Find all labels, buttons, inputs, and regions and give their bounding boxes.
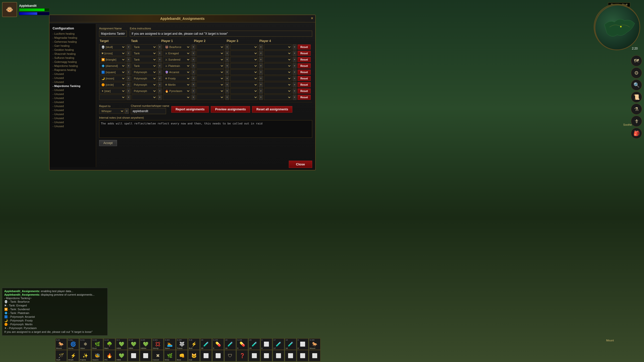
p1-select-5[interactable]: ❄ Frosty — [163, 76, 190, 81]
sidebar-item-3[interactable]: - Garr healing — [51, 44, 95, 48]
actionbar2-slot-12[interactable]: ⬜ — [200, 350, 212, 361]
actionbar2-slot-4[interactable]: 🔥 ITC — [104, 350, 115, 361]
report-to-chevron[interactable]: ▼ — [125, 108, 129, 114]
p2-select-1[interactable] — [196, 51, 224, 56]
p4-select-0[interactable] — [264, 44, 292, 50]
p3-select-4[interactable] — [230, 69, 258, 75]
task-select-0[interactable]: Tank — [132, 44, 157, 50]
actionbar2-slot-2[interactable]: ✨ Faerie — [79, 350, 91, 361]
target-chevron-7[interactable]: ▼ — [127, 88, 131, 94]
p1-chevron-1[interactable]: ▼ — [191, 51, 195, 56]
reset-btn-7[interactable]: Reset — [298, 88, 311, 94]
sidebar-item-2[interactable]: - Gehennas healing — [51, 40, 95, 44]
p1-select-1[interactable]: ⚔ Enraged — [163, 51, 190, 56]
actionbar2-slot-15[interactable]: ❓ — [236, 350, 248, 361]
p2-chevron-3[interactable]: ▼ — [225, 63, 229, 69]
p3-chevron-7[interactable]: ▼ — [259, 88, 263, 94]
p3-chevron-8[interactable]: ▼ — [259, 95, 263, 100]
p3-select-5[interactable] — [230, 76, 258, 81]
p4-select-1[interactable] — [264, 51, 292, 56]
task-select-5[interactable]: Polymorph — [132, 76, 157, 81]
target-select-1[interactable]: ✖ [cross] — [99, 51, 126, 56]
p4-select-7[interactable] — [264, 88, 292, 94]
target-chevron-2[interactable]: ▼ — [127, 57, 131, 62]
p1-chevron-7[interactable]: ▼ — [191, 88, 195, 94]
actionbar1-slot-14[interactable]: 🧪 19 19 — [224, 338, 236, 350]
p4-chevron-4[interactable]: ▼ — [293, 69, 297, 75]
task-select-4[interactable]: Polymorph — [132, 69, 157, 75]
actionbar1-slot-7[interactable]: 💚 S-E5 HBMa — [140, 338, 151, 350]
target-chevron-6[interactable]: ▼ — [127, 82, 131, 87]
p4-chevron-5[interactable]: ▼ — [293, 76, 297, 81]
p2-chevron-0[interactable]: ▼ — [225, 44, 229, 50]
target-chevron-0[interactable]: ▼ — [127, 44, 131, 50]
p4-select-6[interactable] — [264, 82, 292, 87]
actionbar1-slot-12[interactable]: 🧪 39 39 — [200, 338, 212, 350]
actionbar1-slot-16[interactable]: 🧪 20 20 — [249, 338, 260, 350]
actionbar2-slot-11[interactable]: 🐱 Cat — [188, 350, 200, 361]
p1-select-3[interactable]: ⚔ Platetrain — [163, 63, 190, 69]
p1-chevron-6[interactable]: ▼ — [191, 82, 195, 87]
reset-btn-2[interactable]: Reset — [298, 57, 311, 62]
actionbar2-slot-1[interactable]: ⚡ Wrath — [67, 350, 79, 361]
p1-chevron-2[interactable]: ▼ — [191, 57, 195, 62]
p3-select-6[interactable] — [230, 82, 258, 87]
sidebar-item-18[interactable]: - Unused — [51, 104, 95, 108]
p2-select-0[interactable] — [196, 44, 224, 50]
p2-select-3[interactable] — [196, 63, 224, 69]
sidebar-item-0[interactable]: - Luciform healing — [51, 32, 95, 36]
target-chevron-1[interactable]: ▼ — [127, 51, 131, 56]
p3-select-2[interactable] — [230, 57, 258, 62]
p4-chevron-6[interactable]: ▼ — [293, 82, 297, 87]
actionbar2-slot-14[interactable]: 🛡 — [224, 350, 236, 361]
p4-chevron-0[interactable]: ▼ — [293, 44, 297, 50]
target-select-3[interactable]: 💠 [diamond] — [99, 63, 126, 69]
p3-chevron-3[interactable]: ▼ — [259, 63, 263, 69]
p1-select-6[interactable]: ❄ Merlin — [163, 82, 190, 87]
p2-select-6[interactable] — [196, 82, 224, 87]
actionbar2-slot-19[interactable]: ⬜ — [285, 350, 296, 361]
actionbar1-slot-18[interactable]: 🧪 17 17 — [273, 338, 284, 350]
target-chevron-5[interactable]: ▼ — [127, 76, 131, 81]
sidebar-item-9[interactable]: - Ragnaros healing — [51, 68, 95, 72]
p3-chevron-4[interactable]: ▼ — [259, 69, 263, 75]
actionbar2-slot-20[interactable]: ⬜ — [297, 350, 308, 361]
p2-chevron-5[interactable]: ▼ — [225, 76, 229, 81]
p3-chevron-5[interactable]: ▼ — [259, 76, 263, 81]
actionbar2-slot-16[interactable]: ⬜ — [249, 350, 260, 361]
p1-select-8[interactable] — [163, 95, 190, 100]
p2-chevron-8[interactable]: ▼ — [225, 95, 229, 100]
sidebar-item-6[interactable]: - Sulfuron healing — [51, 56, 95, 60]
actionbar1-slot-1[interactable]: 🌀 S-Mu Hurric — [67, 338, 79, 350]
preview-assignments-btn[interactable]: Preview assignments — [211, 106, 250, 113]
p3-chevron-6[interactable]: ▼ — [259, 82, 263, 87]
sidebar-item-11[interactable]: - Unused — [51, 76, 95, 80]
target-chevron-4[interactable]: ▼ — [127, 69, 131, 75]
actionbar1-slot-4[interactable]: 🌳 S-S3 Bark — [104, 338, 115, 350]
p3-select-0[interactable] — [230, 44, 258, 50]
actionbar2-slot-18[interactable]: ⬜ — [273, 350, 284, 361]
p4-select-3[interactable] — [264, 63, 292, 69]
p3-select-3[interactable] — [230, 63, 258, 69]
p1-chevron-0[interactable]: ▼ — [191, 44, 195, 50]
target-select-4[interactable]: 🟦 [square] — [99, 69, 126, 75]
p1-chevron-4[interactable]: ▼ — [191, 69, 195, 75]
task-select-7[interactable]: Polymorph — [132, 88, 157, 94]
extra-instructions-input[interactable] — [130, 31, 312, 37]
sidebar-item-21[interactable]: - Unused — [51, 116, 95, 120]
sidebar-item-4[interactable]: - Geddon healing — [51, 48, 95, 52]
p4-chevron-1[interactable]: ▼ — [293, 51, 297, 56]
sidebar-item-19[interactable]: - Unused — [51, 108, 95, 112]
p2-select-4[interactable] — [196, 69, 224, 75]
target-chevron-3[interactable]: ▼ — [127, 63, 131, 69]
actionbar2-slot-7[interactable]: ⬜ — [140, 350, 151, 361]
target-chevron-8[interactable]: ▼ — [127, 95, 131, 100]
task-chevron-3[interactable]: ▼ — [158, 63, 162, 69]
task-chevron-6[interactable]: ▼ — [158, 82, 162, 87]
actionbar2-slot-10[interactable]: 👊 Beat — [176, 350, 188, 361]
task-chevron-7[interactable]: ▼ — [158, 88, 162, 94]
minimap-btn-2[interactable]: ⚙ — [631, 67, 642, 78]
task-select-2[interactable]: Tank — [132, 57, 157, 62]
p1-chevron-8[interactable]: ▼ — [191, 95, 195, 100]
reset-btn-3[interactable]: Reset — [298, 63, 311, 68]
